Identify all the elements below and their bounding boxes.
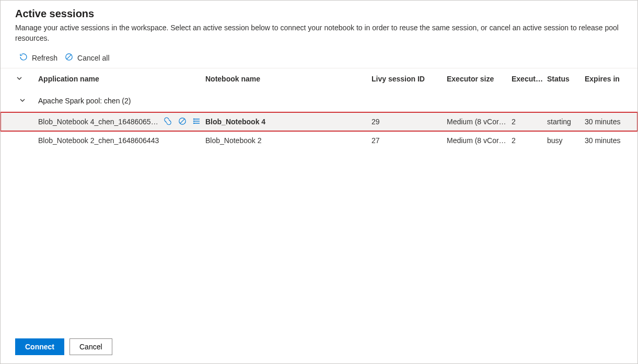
panel-header: Active sessions Manage your active sessi… [1, 1, 637, 49]
session-row[interactable]: Blob_Notebook 2_chen_1648606443 Blob_Not… [1, 131, 637, 150]
active-sessions-panel: Active sessions Manage your active sessi… [0, 0, 638, 364]
column-header-app-name[interactable]: Application name [38, 75, 205, 83]
connect-button[interactable]: Connect [15, 338, 64, 355]
cancel-all-label: Cancel all [77, 54, 109, 62]
cell-status: starting [547, 118, 585, 126]
cell-notebook-name: Blob_Notebook 2 [205, 136, 372, 145]
cancel-button[interactable]: Cancel [69, 338, 112, 355]
cell-status: busy [547, 136, 585, 145]
pool-group-label: Apache Spark pool: chen (2) [38, 97, 131, 105]
cell-app-name: Blob_Notebook 2_chen_1648606443 [38, 136, 159, 145]
pool-group-row[interactable]: Apache Spark pool: chen (2) [1, 89, 637, 112]
svg-point-9 [193, 123, 194, 123]
column-header-executor-size[interactable]: Executor size [447, 75, 512, 83]
column-header-livy-id[interactable]: Livy session ID [372, 75, 447, 83]
svg-point-8 [193, 121, 194, 121]
cell-executor-count: 2 [512, 118, 547, 126]
cell-expires-in: 30 minutes [585, 136, 632, 145]
cell-expires-in: 30 minutes [585, 118, 632, 126]
chevron-down-icon [16, 75, 22, 83]
panel-title: Active sessions [15, 8, 623, 20]
svg-line-1 [67, 55, 72, 60]
table-header-row: Application name Notebook name Livy sess… [1, 68, 637, 89]
svg-point-7 [193, 119, 194, 119]
panel-description: Manage your active sessions in the works… [15, 23, 623, 43]
cancel-all-icon [65, 53, 73, 63]
cancel-all-button[interactable]: Cancel all [65, 53, 109, 63]
chevron-down-icon [19, 97, 26, 105]
panel-footer: Connect Cancel [1, 331, 637, 363]
cell-executor-size: Medium (8 vCor… [447, 136, 512, 145]
cell-executor-size: Medium (8 vCor… [447, 118, 512, 126]
cell-executor-count: 2 [512, 136, 547, 145]
column-header-expires-in[interactable]: Expires in [585, 75, 632, 83]
connect-session-icon[interactable] [164, 117, 172, 127]
cell-app-name: Blob_Notebook 4_chen_16486065… [38, 118, 158, 126]
refresh-label: Refresh [32, 54, 57, 62]
toolbar: Refresh Cancel all [1, 49, 637, 68]
column-header-status[interactable]: Status [547, 75, 585, 83]
session-details-icon[interactable] [193, 117, 201, 127]
session-row[interactable]: Blob_Notebook 4_chen_16486065… [1, 112, 637, 131]
svg-line-3 [180, 119, 184, 123]
cell-livy-id: 29 [372, 118, 447, 126]
row-actions [164, 117, 201, 127]
sessions-table: Application name Notebook name Livy sess… [1, 68, 637, 331]
column-header-executor-count[interactable]: Execut… [512, 75, 547, 83]
cancel-session-icon[interactable] [178, 117, 187, 127]
expand-all-toggle[interactable] [1, 75, 38, 83]
cell-livy-id: 27 [372, 136, 447, 145]
refresh-button[interactable]: Refresh [19, 53, 57, 63]
column-header-notebook-name[interactable]: Notebook name [205, 75, 372, 83]
refresh-icon [19, 53, 28, 63]
cell-notebook-name: Blob_Notebook 4 [205, 118, 372, 126]
